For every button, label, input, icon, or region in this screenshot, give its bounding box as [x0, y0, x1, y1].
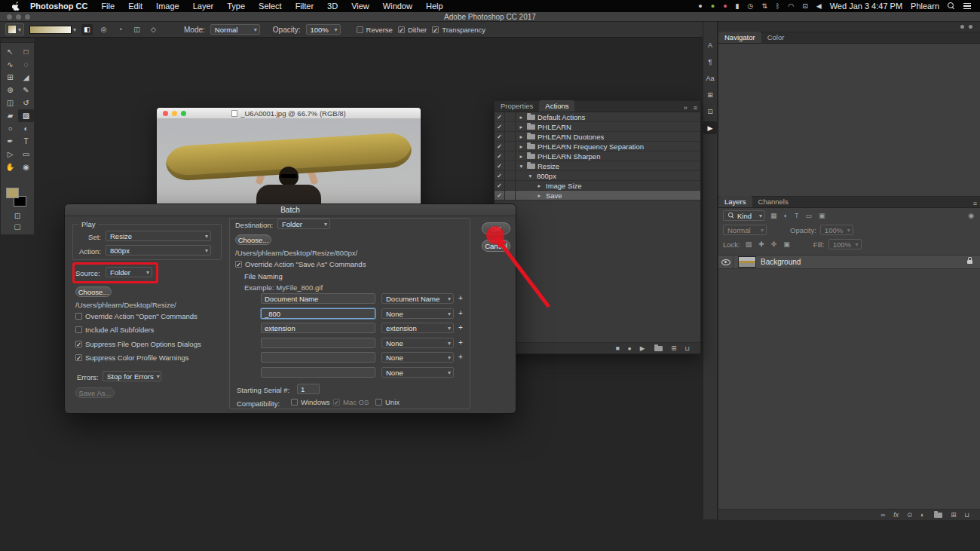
siri-icon[interactable]: ● [698, 0, 702, 12]
zoom-tool[interactable]: ◉ [18, 161, 34, 173]
reverse-checkbox[interactable]: Reverse [357, 26, 393, 34]
add-naming-field-button[interactable]: + [458, 309, 463, 317]
filter-smart-objects-icon[interactable]: ▣ [817, 212, 827, 219]
filter-toggle-icon[interactable]: ◉ [966, 212, 975, 219]
action-enabled-checkbox[interactable]: ✓ [495, 132, 505, 142]
action-row-phlearn-sharpen[interactable]: ✓ ▸PHLEARN Sharpen [495, 152, 700, 161]
paragraph-panel-icon[interactable]: ¶ [703, 55, 717, 68]
action-enabled-checkbox[interactable]: ✓ [495, 142, 505, 152]
dialog-toggle-cell[interactable] [505, 171, 516, 181]
delete-icon[interactable]: ⊔ [684, 344, 690, 352]
action-row-resize[interactable]: ✓ ▾Resize [495, 161, 700, 171]
actions-panel-icon[interactable]: ▶ [703, 121, 717, 134]
document-window-controls[interactable] [163, 111, 186, 116]
action-row-save[interactable]: ✓ ▸Save [495, 191, 700, 201]
quick-mask-icon[interactable]: ⊡ [1, 212, 34, 220]
action-enabled-checkbox[interactable]: ✓ [495, 181, 505, 191]
destination-choose-button[interactable]: Choose... [235, 234, 271, 245]
creative-cloud-icon[interactable]: ● [723, 0, 727, 12]
expand-arrow-icon[interactable]: ▸ [535, 182, 544, 189]
naming-option-6[interactable]: None [381, 367, 454, 378]
action-row-image-size[interactable]: ✓ ▸Image Size [495, 181, 700, 191]
layer-thumbnail[interactable] [738, 256, 756, 268]
dialog-toggle-cell[interactable] [505, 142, 516, 152]
layer-effects-icon[interactable]: fx [893, 511, 899, 519]
menu-filter[interactable]: Filter [289, 2, 320, 11]
character-panel-icon[interactable]: A [703, 38, 717, 51]
eyedropper-tool[interactable]: ◢ [18, 71, 34, 84]
lock-pixels-icon[interactable]: ✚ [757, 240, 766, 248]
transparency-checkbox[interactable]: ✓Transparency [432, 26, 485, 34]
naming-option-2[interactable]: None [381, 308, 454, 319]
tab-channels[interactable]: Channels [752, 196, 795, 207]
menu-window[interactable]: Window [376, 2, 419, 11]
naming-field-1[interactable] [261, 293, 375, 304]
screen-mode-icon[interactable]: ▢ [1, 222, 34, 231]
set-dropdown[interactable]: Resize [106, 231, 211, 241]
menu-help[interactable]: Help [419, 2, 450, 11]
layer-row-background[interactable]: Background [718, 255, 980, 269]
naming-field-2[interactable] [261, 308, 375, 319]
add-naming-field-button[interactable]: + [458, 338, 463, 347]
wifi-icon[interactable]: ◠ [788, 0, 794, 12]
action-dropdown[interactable]: 800px [106, 245, 211, 256]
layer-name[interactable]: Background [761, 258, 801, 266]
menu-file[interactable]: File [94, 2, 121, 11]
ok-button[interactable]: OK [482, 222, 510, 234]
swatches-panel-icon[interactable]: ⊞ [703, 88, 717, 101]
naming-field-5[interactable] [261, 352, 375, 363]
tab-properties[interactable]: Properties [495, 100, 539, 112]
quick-selection-tool[interactable]: ◌ [18, 58, 34, 71]
rectangular-marquee-tool[interactable]: □ [18, 45, 34, 58]
lock-transparency-icon[interactable]: ▨ [744, 240, 754, 248]
dialog-toggle-cell[interactable] [505, 112, 516, 122]
lock-all-icon[interactable]: ▣ [782, 240, 792, 248]
play-icon[interactable]: ▶ [640, 344, 645, 352]
panel-collapse-icon[interactable] [960, 25, 964, 29]
naming-option-5[interactable]: None [381, 352, 454, 363]
add-naming-field-button[interactable]: + [458, 323, 463, 332]
app-menu-title[interactable]: Photoshop CC [23, 2, 94, 11]
menu-view[interactable]: View [345, 2, 376, 11]
dialog-toggle-cell[interactable] [505, 132, 516, 142]
naming-option-1[interactable]: Document Name [381, 293, 454, 304]
tool-preset-dropdown[interactable] [5, 23, 24, 35]
tab-color[interactable]: Color [761, 32, 791, 43]
reflected-gradient-icon[interactable]: ◫ [131, 24, 142, 35]
dialog-toggle-cell[interactable] [505, 161, 516, 171]
panel-menu-icon[interactable]: ≡ [691, 104, 700, 112]
spot-healing-brush-tool[interactable]: ⊕ [2, 84, 18, 96]
window-controls[interactable] [7, 14, 30, 20]
action-enabled-checkbox[interactable]: ✓ [495, 161, 505, 171]
cancel-button[interactable]: Cancel [482, 240, 510, 252]
lasso-tool[interactable]: ∿ [2, 58, 18, 71]
delete-layer-icon[interactable]: ⊔ [964, 511, 969, 519]
add-naming-field-button[interactable]: + [458, 294, 463, 302]
layer-group-icon[interactable] [934, 513, 942, 518]
panel-menu-icon[interactable]: ≡ [970, 200, 980, 207]
volume-icon[interactable]: ◀ [816, 0, 822, 12]
new-layer-icon[interactable]: ⊞ [951, 511, 956, 519]
gradient-picker[interactable]: ▾ [29, 26, 76, 34]
foreground-color-swatch[interactable] [6, 188, 19, 198]
naming-option-4[interactable]: None [381, 338, 454, 348]
linear-gradient-icon[interactable]: ◧ [81, 24, 93, 35]
display-icon[interactable]: ⊡ [802, 0, 808, 12]
action-enabled-checkbox[interactable]: ✓ [495, 191, 505, 201]
blur-tool[interactable]: ○ [2, 122, 18, 135]
layer-opacity-dropdown[interactable]: 100% [820, 225, 853, 235]
eraser-tool[interactable]: ▰ [2, 109, 18, 122]
new-action-icon[interactable]: ⊞ [671, 344, 676, 352]
menubar-clock[interactable]: Wed Jan 3 4:47 PM [830, 2, 902, 11]
suppress-color-profile-checkbox[interactable]: ✓Suppress Color Profile Warnings [75, 354, 188, 362]
expand-arrow-icon[interactable]: ▸ [517, 124, 525, 130]
new-folder-icon[interactable] [654, 346, 663, 351]
clone-stamp-tool[interactable]: ◫ [2, 96, 18, 109]
expand-arrow-icon[interactable]: ▾ [526, 173, 534, 179]
include-subfolders-checkbox[interactable]: Include All Subfolders [75, 326, 154, 334]
dropbox-icon[interactable]: ● [711, 0, 715, 12]
naming-field-6[interactable] [261, 367, 375, 378]
expand-arrow-icon[interactable]: ▸ [517, 114, 525, 121]
adjustment-layer-icon[interactable]: ◐ [920, 511, 924, 519]
dither-checkbox[interactable]: ✓Dither [398, 26, 427, 34]
